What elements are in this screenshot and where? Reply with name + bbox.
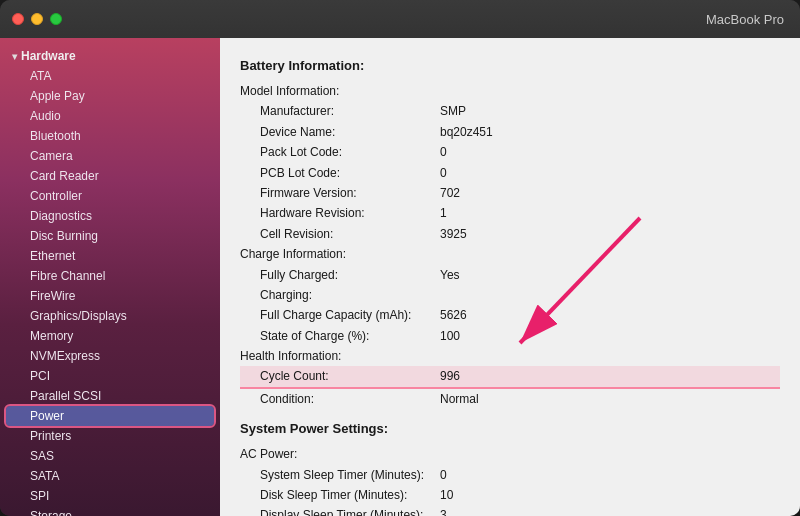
sidebar-item-storage[interactable]: Storage bbox=[0, 506, 220, 516]
sidebar-item-ethernet[interactable]: Ethernet bbox=[0, 246, 220, 266]
firmware-label: Firmware Version: bbox=[240, 183, 440, 203]
health-info-row: Health Information: bbox=[240, 346, 780, 366]
device-name-row: Device Name: bq20z451 bbox=[240, 122, 780, 142]
charge-info-label: Charge Information: bbox=[240, 244, 440, 264]
battery-info-table: Model Information: Manufacturer: SMP Dev… bbox=[240, 81, 780, 409]
full-charge-label: Full Charge Capacity (mAh): bbox=[240, 305, 440, 325]
collapse-arrow-icon: ▾ bbox=[12, 51, 17, 62]
fully-charged-label: Fully Charged: bbox=[240, 265, 440, 285]
main-wrapper: Battery Information: Model Information: … bbox=[220, 38, 800, 516]
titlebar: MacBook Pro bbox=[0, 0, 800, 38]
sidebar-item-parallel-scsi[interactable]: Parallel SCSI bbox=[0, 386, 220, 406]
sidebar-item-memory[interactable]: Memory bbox=[0, 326, 220, 346]
cycle-count-label: Cycle Count: bbox=[240, 366, 440, 386]
sidebar-item-ata[interactable]: ATA bbox=[0, 66, 220, 86]
model-info-row: Model Information: bbox=[240, 81, 780, 101]
display-sleep-label: Display Sleep Timer (Minutes): bbox=[240, 505, 440, 516]
sidebar-item-sata[interactable]: SATA bbox=[0, 466, 220, 486]
display-sleep-value: 3 bbox=[440, 505, 447, 516]
sidebar-item-bluetooth[interactable]: Bluetooth bbox=[0, 126, 220, 146]
condition-row: Condition: Normal bbox=[240, 389, 780, 409]
firmware-value: 702 bbox=[440, 183, 460, 203]
system-sleep-row: System Sleep Timer (Minutes): 0 bbox=[240, 465, 780, 485]
sidebar-item-card-reader[interactable]: Card Reader bbox=[0, 166, 220, 186]
hardware-row: Hardware Revision: 1 bbox=[240, 203, 780, 223]
hardware-section-header[interactable]: ▾ Hardware bbox=[0, 46, 220, 66]
sidebar-item-graphics-displays[interactable]: Graphics/Displays bbox=[0, 306, 220, 326]
sidebar-item-sas[interactable]: SAS bbox=[0, 446, 220, 466]
disk-sleep-label: Disk Sleep Timer (Minutes): bbox=[240, 485, 440, 505]
manufacturer-value: SMP bbox=[440, 101, 466, 121]
system-sleep-label: System Sleep Timer (Minutes): bbox=[240, 465, 440, 485]
content-area: ▾ Hardware ATA Apple Pay Audio Bluetooth… bbox=[0, 38, 800, 516]
sidebar-item-disc-burning[interactable]: Disc Burning bbox=[0, 226, 220, 246]
sidebar: ▾ Hardware ATA Apple Pay Audio Bluetooth… bbox=[0, 38, 220, 516]
cycle-count-value: 996 bbox=[440, 366, 460, 386]
sidebar-item-firewire[interactable]: FireWire bbox=[0, 286, 220, 306]
condition-label: Condition: bbox=[240, 389, 440, 409]
power-settings-table: AC Power: System Sleep Timer (Minutes): … bbox=[240, 444, 780, 516]
sidebar-item-fibre-channel[interactable]: Fibre Channel bbox=[0, 266, 220, 286]
sidebar-item-power[interactable]: Power bbox=[6, 406, 214, 426]
battery-section-title: Battery Information: bbox=[240, 58, 780, 73]
pack-lot-value: 0 bbox=[440, 142, 447, 162]
close-button[interactable] bbox=[12, 13, 24, 25]
system-sleep-value: 0 bbox=[440, 465, 447, 485]
pack-lot-label: Pack Lot Code: bbox=[240, 142, 440, 162]
sidebar-item-controller[interactable]: Controller bbox=[0, 186, 220, 206]
system-power-title: System Power Settings: bbox=[240, 421, 780, 436]
sidebar-item-camera[interactable]: Camera bbox=[0, 146, 220, 166]
firmware-row: Firmware Version: 702 bbox=[240, 183, 780, 203]
sidebar-item-diagnostics[interactable]: Diagnostics bbox=[0, 206, 220, 226]
sidebar-item-apple-pay[interactable]: Apple Pay bbox=[0, 86, 220, 106]
condition-value: Normal bbox=[440, 389, 479, 409]
fully-charged-row: Fully Charged: Yes bbox=[240, 265, 780, 285]
sidebar-item-spi[interactable]: SPI bbox=[0, 486, 220, 506]
hardware-value: 1 bbox=[440, 203, 447, 223]
maximize-button[interactable] bbox=[50, 13, 62, 25]
manufacturer-label: Manufacturer: bbox=[240, 101, 440, 121]
cell-value: 3925 bbox=[440, 224, 467, 244]
sidebar-item-nvmexpress[interactable]: NVMExpress bbox=[0, 346, 220, 366]
charging-row: Charging: bbox=[240, 285, 780, 305]
state-charge-row: State of Charge (%): 100 bbox=[240, 326, 780, 346]
ac-power-label: AC Power: bbox=[240, 444, 440, 464]
sidebar-item-pci[interactable]: PCI bbox=[0, 366, 220, 386]
hardware-section-label: Hardware bbox=[21, 49, 76, 63]
window-title: MacBook Pro bbox=[706, 12, 784, 27]
model-info-label: Model Information: bbox=[240, 81, 440, 101]
full-charge-value: 5626 bbox=[440, 305, 467, 325]
pack-lot-row: Pack Lot Code: 0 bbox=[240, 142, 780, 162]
disk-sleep-value: 10 bbox=[440, 485, 453, 505]
cycle-count-row: Cycle Count: 996 bbox=[240, 366, 780, 388]
charging-label: Charging: bbox=[240, 285, 440, 305]
pcb-lot-value: 0 bbox=[440, 163, 447, 183]
device-name-label: Device Name: bbox=[240, 122, 440, 142]
hardware-label: Hardware Revision: bbox=[240, 203, 440, 223]
sidebar-item-printers[interactable]: Printers bbox=[0, 426, 220, 446]
display-sleep-row: Display Sleep Timer (Minutes): 3 bbox=[240, 505, 780, 516]
pcb-lot-row: PCB Lot Code: 0 bbox=[240, 163, 780, 183]
main-content: Battery Information: Model Information: … bbox=[220, 38, 800, 516]
cell-label: Cell Revision: bbox=[240, 224, 440, 244]
sidebar-item-audio[interactable]: Audio bbox=[0, 106, 220, 126]
health-info-label: Health Information: bbox=[240, 346, 440, 366]
full-charge-row: Full Charge Capacity (mAh): 5626 bbox=[240, 305, 780, 325]
minimize-button[interactable] bbox=[31, 13, 43, 25]
state-charge-label: State of Charge (%): bbox=[240, 326, 440, 346]
device-name-value: bq20z451 bbox=[440, 122, 493, 142]
disk-sleep-row: Disk Sleep Timer (Minutes): 10 bbox=[240, 485, 780, 505]
cell-row: Cell Revision: 3925 bbox=[240, 224, 780, 244]
state-charge-value: 100 bbox=[440, 326, 460, 346]
pcb-lot-label: PCB Lot Code: bbox=[240, 163, 440, 183]
traffic-lights bbox=[12, 13, 62, 25]
charge-info-row: Charge Information: bbox=[240, 244, 780, 264]
manufacturer-row: Manufacturer: SMP bbox=[240, 101, 780, 121]
fully-charged-value: Yes bbox=[440, 265, 460, 285]
ac-power-row: AC Power: bbox=[240, 444, 780, 464]
main-window: MacBook Pro ▾ Hardware ATA Apple Pay Aud… bbox=[0, 0, 800, 516]
